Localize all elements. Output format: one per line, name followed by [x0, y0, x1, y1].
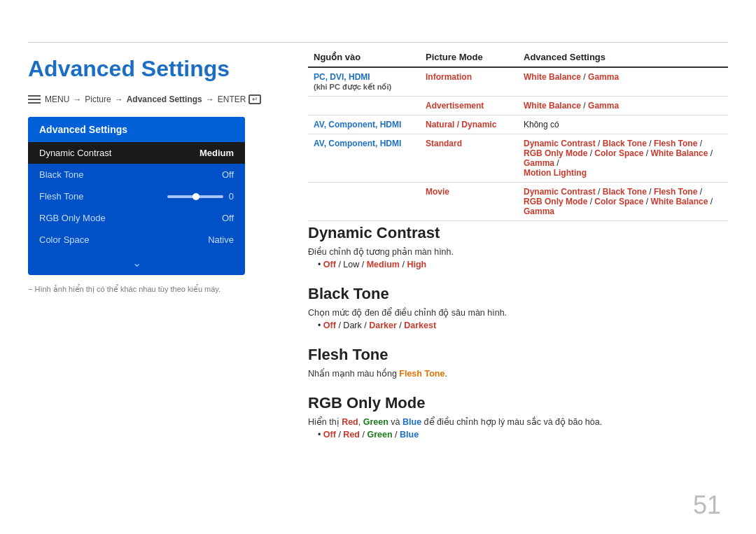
source-cell-av: AV, Component, HDMI: [308, 115, 420, 134]
table-row: AV, Component, HDMI Natural / Dynamic Kh…: [308, 115, 728, 134]
flesh-tone-title: Flesh Tone: [308, 346, 728, 364]
flesh-tone-slider[interactable]: [167, 195, 223, 198]
flesh-tone-desc: Nhấn mạnh màu hồng Flesh Tone.: [308, 368, 728, 379]
advanced-settings-label: Advanced Settings: [127, 94, 202, 104]
table-row: AV, Component, HDMI Standard Dynamic Con…: [308, 134, 728, 183]
rgb-only-title: RGB Only Mode: [308, 394, 728, 412]
advanced-cell-natural: Không có: [518, 115, 728, 134]
scroll-down-chevron[interactable]: ⌄: [28, 251, 245, 275]
black-tone-label: Black Tone: [39, 169, 83, 180]
table-row: Movie Dynamic Contrast / Black Tone / Fl…: [308, 183, 728, 221]
section-flesh-tone: Flesh Tone Nhấn mạnh màu hồng Flesh Tone…: [308, 346, 728, 379]
rgb-only-desc: Hiển thị Red, Green và Blue để điều chỉn…: [308, 416, 728, 427]
note-text: − Hình ảnh hiển thị có thể khác nhau tùy…: [28, 285, 294, 294]
source-cell-empty: [308, 97, 420, 115]
dynamic-contrast-title: Dynamic Contrast: [308, 224, 728, 242]
picture-label: Picture: [85, 94, 111, 104]
page-title: Advanced Settings: [28, 56, 294, 82]
settings-box-title: Advanced Settings: [28, 117, 245, 142]
advanced-cell-standard: Dynamic Contrast / Black Tone / Flesh To…: [518, 134, 728, 183]
black-tone-options: Off / Dark / Darker / Darkest: [318, 321, 728, 330]
svg-rect-1: [28, 99, 41, 100]
black-tone-value: Off: [222, 169, 234, 180]
settings-item-rgb-only[interactable]: RGB Only Mode Off: [28, 207, 245, 229]
dynamic-contrast-options: Off / Low / Medium / High: [318, 260, 728, 269]
color-space-value: Native: [208, 234, 234, 245]
source-cell-av2: AV, Component, HDMI: [308, 134, 420, 183]
advanced-cell-advertisement: White Balance / Gamma: [518, 97, 728, 115]
rgb-only-label: RGB Only Mode: [39, 213, 106, 223]
dynamic-contrast-label: Dynamic Contrast: [39, 148, 111, 158]
table-row: PC, DVI, HDMI (khi PC được kết nối) Info…: [308, 67, 728, 97]
slider-thumb: [192, 193, 200, 200]
page-number: 51: [693, 491, 721, 520]
settings-item-black-tone[interactable]: Black Tone Off: [28, 164, 245, 185]
svg-rect-0: [28, 95, 41, 97]
section-dynamic-contrast: Dynamic Contrast Điều chỉnh độ tương phả…: [308, 224, 728, 269]
black-tone-title: Black Tone: [308, 285, 728, 303]
arrow1: →: [73, 94, 81, 104]
menu-path: MENU → Picture → Advanced Settings → ENT…: [28, 94, 294, 104]
left-panel: Advanced Settings MENU → Picture → Advan…: [28, 56, 294, 294]
black-tone-desc: Chọn mức độ đen để điều chỉnh độ sâu màn…: [308, 307, 728, 318]
mode-cell: Information: [420, 67, 518, 97]
mode-cell-advertisement: Advertisement: [420, 97, 518, 115]
arrow2: →: [115, 94, 123, 104]
svg-rect-2: [28, 102, 41, 104]
mode-cell-standard: Standard: [420, 134, 518, 183]
settings-item-flesh-tone[interactable]: Flesh Tone 0: [28, 185, 245, 207]
enter-icon: ↵: [248, 94, 261, 104]
table-row: Advertisement White Balance / Gamma: [308, 97, 728, 115]
rgb-only-options: Off / Red / Green / Blue: [318, 430, 728, 440]
col-header-mode: Picture Mode: [420, 48, 518, 67]
source-sub: (khi PC được kết nối): [314, 83, 391, 91]
dynamic-contrast-desc: Điều chỉnh độ tương phản màn hình.: [308, 246, 728, 257]
advanced-cell: White Balance / Gamma: [518, 67, 728, 97]
col-header-advanced: Advanced Settings: [518, 48, 728, 67]
right-panel-table: Nguồn vào Picture Mode Advanced Settings…: [308, 48, 728, 221]
col-header-source: Nguồn vào: [308, 48, 420, 67]
source-table: Nguồn vào Picture Mode Advanced Settings…: [308, 48, 728, 221]
section-rgb-only: RGB Only Mode Hiển thị Red, Green và Blu…: [308, 394, 728, 440]
menu-label: MENU: [45, 94, 69, 104]
arrow3: →: [206, 94, 214, 104]
content-panel: Dynamic Contrast Điều chỉnh độ tương phả…: [308, 224, 728, 455]
flesh-tone-value: 0: [229, 191, 234, 202]
color-space-label: Color Space: [39, 234, 90, 245]
source-cell-empty2: [308, 183, 420, 221]
top-divider: [28, 42, 728, 43]
advanced-cell-movie: Dynamic Contrast / Black Tone / Flesh To…: [518, 183, 728, 221]
dynamic-contrast-value: Medium: [200, 148, 234, 158]
mode-cell-natural: Natural / Dynamic: [420, 115, 518, 134]
settings-item-color-space[interactable]: Color Space Native: [28, 229, 245, 251]
rgb-only-value: Off: [222, 213, 234, 223]
settings-item-dynamic-contrast[interactable]: Dynamic Contrast Medium: [28, 142, 245, 164]
source-label: PC, DVI, HDMI: [314, 72, 370, 82]
section-black-tone: Black Tone Chọn mức độ đen để điều chỉnh…: [308, 285, 728, 330]
menu-icon: [28, 95, 41, 104]
enter-label: ENTER: [218, 94, 246, 104]
mode-cell-movie: Movie: [420, 183, 518, 221]
settings-box: Advanced Settings Dynamic Contrast Mediu…: [28, 117, 245, 275]
source-cell: PC, DVI, HDMI (khi PC được kết nối): [308, 67, 420, 97]
flesh-tone-label: Flesh Tone: [39, 191, 83, 202]
